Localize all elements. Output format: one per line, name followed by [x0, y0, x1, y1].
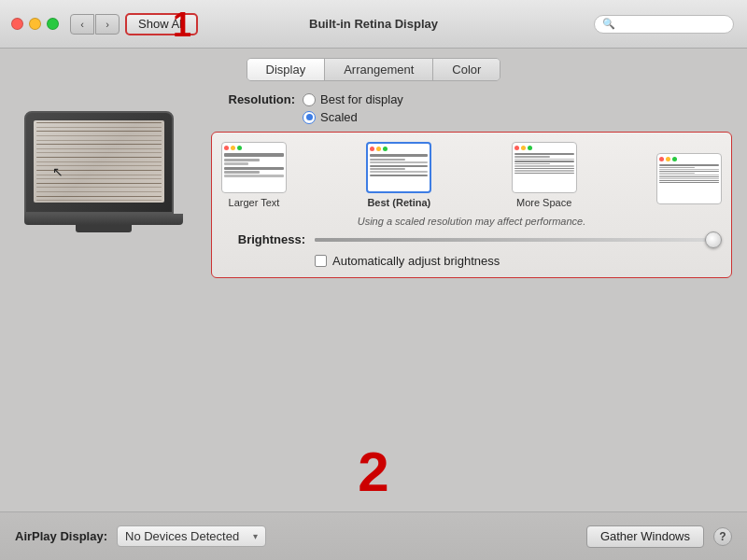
- laptop-stand: [76, 225, 132, 232]
- content-area: ↖ Resolution: Best for display: [15, 92, 732, 503]
- window-title: Built-in Retina Display: [309, 17, 438, 31]
- resolution-options: Larger Text: [221, 142, 722, 208]
- search-icon: 🔍: [602, 18, 615, 30]
- performance-note: Using a scaled resolution may affect per…: [221, 216, 722, 227]
- back-button[interactable]: ‹: [70, 14, 94, 35]
- screen-content: [34, 120, 164, 203]
- resolution-section: Resolution: Best for display Scaled: [211, 92, 732, 124]
- larger-text-thumbnail: [221, 142, 287, 193]
- auto-brightness-checkbox[interactable]: [315, 255, 327, 267]
- scaled-label: Scaled: [320, 110, 358, 124]
- best-for-display-radio[interactable]: [303, 93, 316, 106]
- window-controls: [11, 18, 59, 30]
- best-for-display-option[interactable]: Best for display: [303, 92, 403, 106]
- resolution-best-row: Resolution: Best for display: [211, 92, 732, 106]
- annotation-1: 1: [173, 6, 191, 45]
- larger-text-label: Larger Text: [229, 197, 280, 208]
- nav-arrows: ‹ ›: [70, 14, 120, 35]
- auto-brightness-label: Automatically adjust brightness: [332, 254, 500, 268]
- laptop-preview: ↖: [15, 92, 192, 503]
- best-retina-label: Best (Retina): [367, 197, 430, 208]
- tab-color[interactable]: Color: [433, 59, 500, 80]
- laptop-base: [24, 214, 183, 225]
- brightness-row: Brightness:: [221, 232, 722, 246]
- brightness-slider[interactable]: [315, 238, 722, 242]
- main-content: Display Arrangement Color: [0, 49, 747, 511]
- best-retina-option[interactable]: Best (Retina): [366, 142, 431, 208]
- extra-option[interactable]: [656, 153, 722, 208]
- more-space-label: More Space: [516, 197, 571, 208]
- brightness-thumb[interactable]: [705, 231, 722, 248]
- tab-arrangement[interactable]: Arrangement: [325, 59, 433, 80]
- resolution-label: Resolution:: [211, 92, 295, 106]
- help-button[interactable]: ?: [713, 527, 732, 546]
- airplay-dropdown[interactable]: No Devices Detected ▾: [117, 525, 266, 547]
- larger-text-option[interactable]: Larger Text: [221, 142, 287, 208]
- more-space-option[interactable]: More Space: [512, 142, 577, 208]
- laptop-image: ↖: [24, 111, 183, 242]
- scaled-resolution-box: Larger Text: [211, 132, 732, 278]
- auto-brightness-row: Automatically adjust brightness: [221, 254, 722, 268]
- tab-display[interactable]: Display: [247, 59, 326, 80]
- maximize-button[interactable]: [47, 18, 59, 30]
- brightness-label: Brightness:: [221, 232, 305, 246]
- best-for-display-label: Best for display: [320, 92, 403, 106]
- search-box[interactable]: 🔍: [594, 15, 734, 34]
- laptop-screen: ↖: [34, 120, 164, 203]
- dropdown-arrow-icon: ▾: [253, 531, 258, 541]
- tab-bar: Display Arrangement Color: [247, 58, 501, 81]
- title-bar: ‹ › Show All 1 Built-in Retina Display 🔍: [0, 0, 747, 49]
- best-retina-thumbnail: [366, 142, 431, 193]
- no-devices-text: No Devices Detected: [125, 529, 239, 543]
- cursor-arrow: ↖: [52, 164, 63, 179]
- gather-windows-button[interactable]: Gather Windows: [586, 525, 704, 548]
- airplay-label: AirPlay Display:: [15, 529, 107, 543]
- minimize-button[interactable]: [29, 18, 41, 30]
- scaled-radio[interactable]: [303, 111, 316, 124]
- bottom-bar: AirPlay Display: No Devices Detected ▾ G…: [0, 511, 747, 560]
- resolution-scaled-row: Scaled: [211, 110, 732, 124]
- laptop-body: ↖: [24, 111, 174, 214]
- tabs-container: Display Arrangement Color: [15, 58, 732, 81]
- scaled-option[interactable]: Scaled: [303, 110, 358, 124]
- forward-button[interactable]: ›: [95, 14, 120, 35]
- close-button[interactable]: [11, 18, 23, 30]
- settings-panel: Resolution: Best for display Scaled: [211, 92, 732, 503]
- more-space-thumbnail: [512, 142, 577, 193]
- brightness-track: [315, 238, 722, 242]
- extra-thumbnail: [656, 153, 722, 204]
